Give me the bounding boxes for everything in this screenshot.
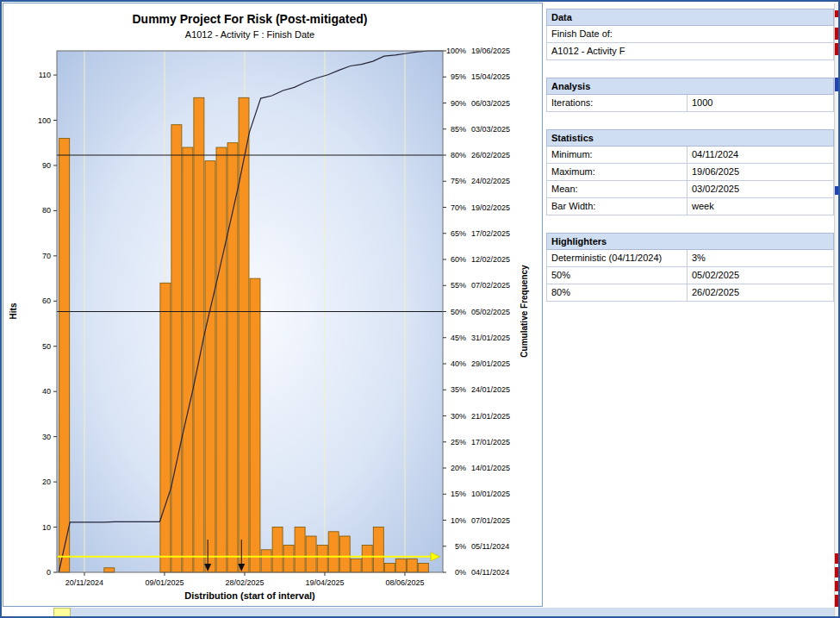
bottom-tab[interactable] <box>53 608 71 618</box>
hits-tick-label: 100 <box>38 116 51 125</box>
panel-section-analysis: AnalysisIterations:1000 <box>546 78 834 112</box>
section-row[interactable]: Maximum:19/06/2025 <box>546 164 834 181</box>
pct-tick-label: 30% <box>451 412 466 421</box>
histogram-bar[interactable] <box>407 559 417 572</box>
histogram-bar[interactable] <box>418 564 428 573</box>
histogram-bar[interactable] <box>328 532 339 572</box>
row-label: Bar Width: <box>547 198 688 215</box>
row-label: 50% <box>547 267 688 284</box>
histogram-bar[interactable] <box>183 147 193 572</box>
histogram-bar[interactable] <box>250 278 260 572</box>
y-axis-title-cumulative: Cumulative Frequency <box>520 265 529 358</box>
info-sections: DataFinish Date of:A1012 - Activity FAna… <box>546 9 834 302</box>
pct-tick-date: 07/01/2025 <box>471 516 510 525</box>
panel-section-statistics: StatisticsMinimum:04/11/2024Maximum:19/0… <box>546 129 834 215</box>
histogram-bar[interactable] <box>205 161 215 572</box>
histogram-bar[interactable] <box>171 125 182 572</box>
row-label: 80% <box>547 284 688 301</box>
hits-tick-label: 70 <box>42 252 51 260</box>
row-label: Deterministic (04/11/2024) <box>547 250 688 266</box>
pct-tick-label: 85% <box>451 125 466 134</box>
row-label: Finish Date of: <box>547 26 833 42</box>
histogram-bar[interactable] <box>59 139 70 573</box>
x-tick-label: 20/11/2024 <box>65 578 103 587</box>
section-header: Highlighters <box>546 233 834 250</box>
x-tick-label: 09/01/2025 <box>145 578 184 587</box>
pct-tick-label: 70% <box>451 203 466 212</box>
histogram-bar[interactable] <box>395 559 406 572</box>
scroll-marker <box>835 595 840 607</box>
section-row[interactable]: Mean:03/02/2025 <box>546 181 834 198</box>
section-header: Data <box>546 9 834 26</box>
section-row[interactable]: Finish Date of: <box>546 26 834 43</box>
pct-tick-date: 12/02/2025 <box>471 255 510 264</box>
info-panel: DataFinish Date of:A1012 - Activity FAna… <box>546 9 834 605</box>
histogram-bar[interactable] <box>104 568 115 572</box>
scroll-marker <box>835 78 840 91</box>
y-axis-title-hits: Hits <box>9 303 18 319</box>
x-tick-label: 08/06/2025 <box>385 578 424 587</box>
pct-tick-label: 75% <box>451 177 466 185</box>
hits-tick-label: 10 <box>42 523 51 532</box>
histogram-bar[interactable] <box>227 143 238 572</box>
scroll-marker <box>835 186 840 195</box>
pct-tick-date: 05/02/2025 <box>471 308 510 316</box>
histogram-bar[interactable] <box>384 564 395 573</box>
histogram-bar[interactable] <box>339 536 350 572</box>
pct-tick-date: 24/02/2025 <box>471 177 510 185</box>
pct-tick-date: 15/04/2025 <box>471 72 510 81</box>
pct-tick-label: 15% <box>451 490 466 498</box>
pct-tick-label: 60% <box>451 255 466 264</box>
histogram-bar[interactable] <box>194 97 204 572</box>
pct-tick-label: 0% <box>455 568 466 577</box>
histogram-bar[interactable] <box>295 527 305 573</box>
pct-tick-date: 17/01/2025 <box>471 438 510 446</box>
pct-tick-date: 17/02/2025 <box>471 229 510 238</box>
histogram-bar[interactable] <box>283 546 294 573</box>
section-row[interactable]: 50%05/02/2025 <box>546 267 834 284</box>
histogram-bar[interactable] <box>351 559 361 572</box>
histogram-bar[interactable] <box>362 546 372 573</box>
row-label: Minimum: <box>547 147 688 163</box>
pct-tick-date: 19/02/2025 <box>471 203 510 212</box>
scroll-marker <box>835 43 840 55</box>
histogram-bar[interactable] <box>272 527 283 573</box>
vertical-scrollbar[interactable] <box>834 3 840 616</box>
section-row[interactable]: Minimum:04/11/2024 <box>546 147 834 164</box>
section-row[interactable]: Iterations:1000 <box>546 95 834 112</box>
scroll-marker <box>835 581 840 591</box>
pct-tick-date: 06/03/2025 <box>471 99 510 108</box>
pct-tick-date: 14/01/2025 <box>471 464 510 472</box>
pct-tick-date: 03/03/2025 <box>471 125 510 134</box>
hits-tick-label: 0 <box>47 568 51 577</box>
pct-tick-date: 07/02/2025 <box>471 281 510 290</box>
scroll-marker <box>835 553 840 564</box>
section-row[interactable]: Bar Width:week <box>546 198 834 215</box>
histogram-bar[interactable] <box>160 283 171 572</box>
row-value: week <box>688 198 833 215</box>
hits-tick-label: 30 <box>42 433 51 441</box>
pct-tick-label: 95% <box>451 72 466 81</box>
pct-tick-date: 04/11/2024 <box>471 568 509 577</box>
bottom-scrollbar[interactable] <box>3 608 834 618</box>
hits-tick-label: 110 <box>39 71 51 79</box>
histogram-bar[interactable] <box>239 97 249 572</box>
histogram-bar[interactable] <box>216 147 227 572</box>
pct-tick-label: 90% <box>451 99 466 108</box>
pct-tick-label: 10% <box>451 516 466 525</box>
scroll-marker <box>835 10 840 17</box>
pct-tick-date: 24/01/2025 <box>471 385 510 394</box>
histogram-bar[interactable] <box>373 527 383 573</box>
pct-tick-label: 55% <box>451 281 466 290</box>
histogram-bar[interactable] <box>317 546 327 573</box>
pct-tick-date: 29/01/2025 <box>471 359 510 368</box>
histogram-bar[interactable] <box>306 536 316 572</box>
scroll-marker <box>835 28 840 40</box>
row-value: 3% <box>688 250 833 266</box>
chart-panel[interactable]: 0102030405060708090100110100%19/06/20259… <box>3 3 543 607</box>
histogram-bar[interactable] <box>261 550 271 572</box>
section-row[interactable]: A1012 - Activity F <box>546 43 834 60</box>
section-row[interactable]: 80%26/02/2025 <box>546 284 834 302</box>
row-label: Mean: <box>547 181 688 197</box>
section-row[interactable]: Deterministic (04/11/2024)3% <box>546 250 834 267</box>
